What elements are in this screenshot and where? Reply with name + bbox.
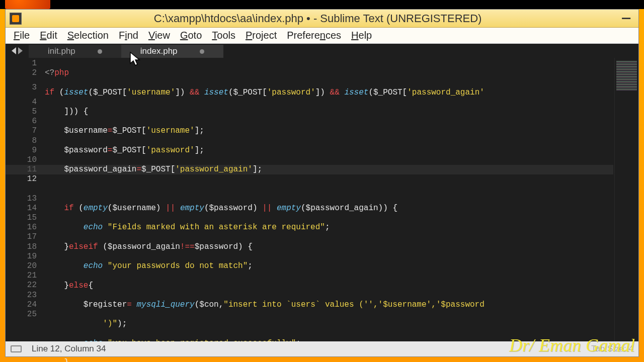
- nav-forward-icon[interactable]: [18, 47, 23, 54]
- line-number: 9: [6, 146, 37, 155]
- line-number: 3: [6, 78, 37, 97]
- menu-view[interactable]: View: [143, 28, 175, 43]
- title-bar: C:\xampp\htdocs\aa\index.php • - Sublime…: [6, 10, 638, 28]
- menu-goto[interactable]: Goto: [175, 28, 207, 43]
- tab-label: init.php: [48, 46, 75, 56]
- line-number: 7: [6, 126, 37, 136]
- gutter: 1 2 3 4 5 6 7 8 9 10 11 12 13 14 15 16 1…: [6, 58, 45, 341]
- line-number: 2: [6, 68, 37, 78]
- sublime-window: C:\xampp\htdocs\aa\index.php • - Sublime…: [5, 9, 639, 357]
- window-title: C:\xampp\htdocs\aa\index.php • - Sublime…: [22, 12, 614, 25]
- line-number: 24: [6, 300, 37, 310]
- menu-project[interactable]: Project: [240, 28, 282, 43]
- line-number: 15: [6, 213, 37, 223]
- app-icon: [10, 13, 22, 25]
- line-number: 5: [6, 107, 37, 117]
- line-number: 20: [6, 261, 37, 271]
- line-number: 16: [6, 223, 37, 232]
- line-number: 22: [6, 281, 37, 290]
- tab-bar: init.php index.php: [6, 44, 638, 58]
- menu-edit[interactable]: Edit: [35, 28, 62, 43]
- line-number: 12: [6, 174, 37, 194]
- minimap-content: [616, 61, 637, 91]
- line-number: 18: [6, 242, 37, 252]
- browser-top-bar: [0, 0, 644, 9]
- editor-area[interactable]: 1 2 3 4 5 6 7 8 9 10 11 12 13 14 15 16 1…: [6, 58, 638, 341]
- tab-index[interactable]: index.php: [121, 45, 223, 58]
- cursor-position: Line 12, Column 34: [32, 344, 106, 354]
- line-number: 1: [6, 59, 37, 68]
- line-number: 14: [6, 204, 37, 213]
- line-number: 25: [6, 310, 37, 319]
- menu-bar: File Edit Selection Find View Goto Tools…: [6, 28, 638, 44]
- menu-preferences[interactable]: Preferences: [282, 28, 346, 43]
- line-number: 13: [6, 194, 37, 204]
- firefox-icon: [5, 0, 50, 9]
- line-number: 19: [6, 252, 37, 261]
- menu-help[interactable]: Help: [346, 28, 377, 43]
- line-number: 10: [6, 155, 37, 165]
- line-number: 17: [6, 232, 37, 242]
- line-number: 23: [6, 291, 37, 300]
- line-number: 6: [6, 117, 37, 126]
- code-content[interactable]: <?php if (isset($_POST['username']) && i…: [45, 58, 614, 341]
- menu-tools[interactable]: Tools: [207, 28, 240, 43]
- tab-init[interactable]: init.php: [29, 45, 121, 58]
- line-number: 4: [6, 98, 37, 107]
- modified-dot-icon: [98, 49, 102, 54]
- menu-selection[interactable]: Selection: [62, 28, 114, 43]
- line-number: 8: [6, 136, 37, 146]
- panel-switch-icon[interactable]: [11, 345, 22, 352]
- minimize-button[interactable]: —: [614, 11, 638, 26]
- line-number: 21: [6, 271, 37, 281]
- tab-label: index.php: [140, 46, 178, 56]
- nav-back-icon[interactable]: [12, 47, 16, 54]
- watermark: Dr/ Eman Gamal: [509, 335, 635, 356]
- tab-nav-arrows[interactable]: [6, 44, 29, 58]
- modified-dot-icon: [200, 49, 204, 54]
- minimap[interactable]: [614, 58, 638, 341]
- menu-find[interactable]: Find: [114, 28, 143, 43]
- menu-file[interactable]: File: [9, 28, 35, 43]
